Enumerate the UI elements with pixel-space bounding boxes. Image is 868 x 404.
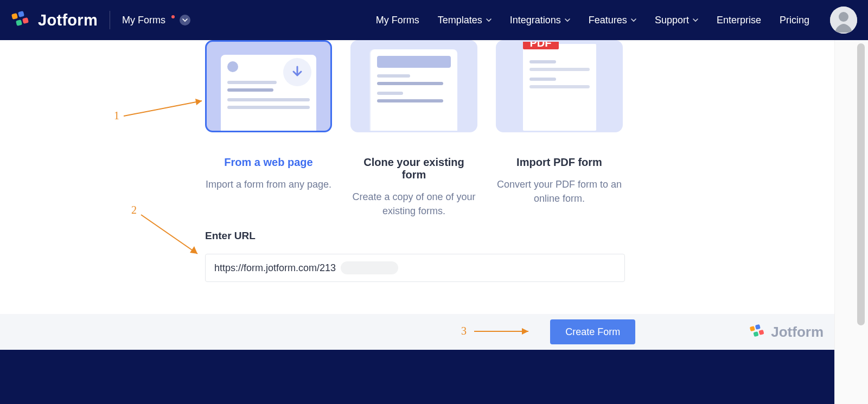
workspace-switcher[interactable]: My Forms <box>122 15 190 26</box>
annotation-arrow-3: 3 <box>461 323 542 339</box>
svg-rect-18 <box>759 330 764 335</box>
svg-marker-14 <box>522 328 528 335</box>
chevron-down-icon <box>693 17 698 23</box>
svg-rect-1 <box>18 11 24 17</box>
nav-integrations[interactable]: Integrations <box>510 15 570 26</box>
svg-text:2: 2 <box>131 204 137 216</box>
option-title: Clone your existing form <box>350 156 477 181</box>
nav-enterprise[interactable]: Enterprise <box>717 15 761 26</box>
skeleton-line <box>529 68 590 71</box>
svg-marker-8 <box>195 99 202 105</box>
footer-logo: Jotform <box>749 324 824 341</box>
skeleton-line <box>377 92 403 95</box>
skeleton-line <box>529 60 557 63</box>
option-title: From a web page <box>205 156 332 169</box>
header-divider <box>110 11 110 29</box>
skeleton-line <box>377 74 410 78</box>
svg-rect-16 <box>755 324 761 330</box>
nav-features[interactable]: Features <box>589 15 636 26</box>
skeleton-line <box>227 106 310 109</box>
redaction-mask <box>341 261 398 274</box>
skeleton-line <box>377 99 443 102</box>
jotform-logo[interactable]: Jotform <box>11 10 98 30</box>
skeleton-line <box>227 81 277 84</box>
nav-templates[interactable]: Templates <box>438 15 492 26</box>
page-bottom-band <box>0 350 834 404</box>
nav-my-forms[interactable]: My Forms <box>376 15 419 26</box>
svg-rect-0 <box>11 13 18 20</box>
option-desc: Create a copy of one of your existing fo… <box>350 190 477 218</box>
svg-rect-2 <box>16 20 22 26</box>
avatar-icon <box>830 7 857 34</box>
svg-rect-17 <box>754 331 759 337</box>
option-desc: Import a form from any page. <box>205 177 332 191</box>
skeleton-line <box>377 82 443 85</box>
annotation-arrow-2: 2 <box>128 203 215 262</box>
svg-marker-11 <box>190 246 197 254</box>
enter-url-label: Enter URL <box>205 230 625 242</box>
vertical-scrollbar[interactable] <box>834 40 868 404</box>
primary-nav: My Forms Templates Integrations Features… <box>376 15 809 26</box>
svg-line-10 <box>141 215 197 254</box>
workspace-label: My Forms <box>122 15 165 26</box>
svg-rect-3 <box>22 17 29 24</box>
url-input[interactable] <box>205 254 625 282</box>
chevron-down-icon <box>631 17 636 23</box>
option-clone-form[interactable]: Clone your existing form Create a copy o… <box>350 40 477 218</box>
skeleton-line <box>227 88 273 92</box>
create-form-button[interactable]: Create Form <box>550 319 635 344</box>
svg-rect-15 <box>750 326 755 331</box>
nav-support[interactable]: Support <box>655 15 698 26</box>
chevron-down-icon <box>486 17 492 23</box>
annotation-arrow-1: 1 <box>108 93 217 126</box>
pdf-badge: PDF <box>523 40 559 49</box>
skeleton-line <box>227 98 310 101</box>
svg-line-7 <box>124 101 202 116</box>
scrollbar-thumb[interactable] <box>857 43 865 325</box>
user-avatar[interactable] <box>830 7 857 34</box>
skeleton-line <box>529 85 590 88</box>
svg-text:3: 3 <box>461 325 467 337</box>
skeleton-dot <box>227 61 238 72</box>
option-desc: Convert your PDF form to an online form. <box>496 177 623 206</box>
svg-point-5 <box>839 12 848 22</box>
option-title: Import PDF form <box>496 156 623 169</box>
jotform-mark-icon <box>749 324 765 340</box>
chevron-down-icon <box>565 17 570 23</box>
page-footer: 3 Create Form Jotform <box>0 314 834 350</box>
jotform-mark-icon <box>11 10 30 30</box>
jotform-wordmark: Jotform <box>38 11 98 29</box>
svg-text:1: 1 <box>114 110 119 121</box>
option-from-web-page[interactable]: From a web page Import a form from any p… <box>205 40 332 218</box>
skeleton-header <box>377 56 451 68</box>
download-icon <box>283 58 311 86</box>
notification-dot <box>171 15 175 18</box>
skeleton-line <box>529 78 557 81</box>
option-import-pdf[interactable]: PDF Import PDF form Convert your PDF for… <box>496 40 623 218</box>
footer-brand-word: Jotform <box>771 324 824 341</box>
chevron-down-icon <box>180 15 190 25</box>
nav-pricing[interactable]: Pricing <box>780 15 809 26</box>
